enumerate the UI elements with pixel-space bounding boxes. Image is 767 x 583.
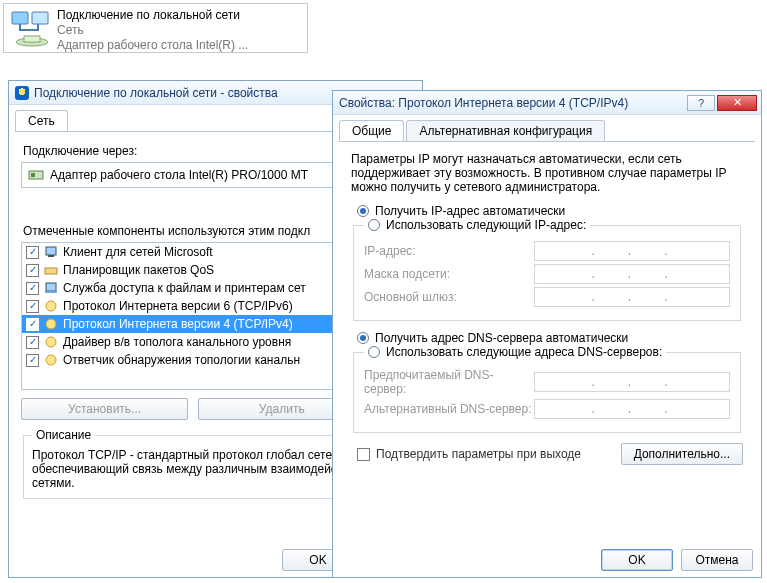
ok-button[interactable]: OK: [601, 549, 673, 571]
checkbox-icon[interactable]: [26, 336, 39, 349]
ip-address-label: IP-адрес:: [364, 244, 534, 258]
tooltip-line2: Сеть: [57, 23, 304, 38]
svg-rect-8: [45, 268, 57, 274]
tooltip-line1: Подключение по локальной сети: [57, 8, 304, 23]
client-icon: [43, 244, 59, 260]
radio-icon: [357, 205, 369, 217]
checkbox-icon[interactable]: [26, 264, 39, 277]
preferred-dns-input[interactable]: ...: [534, 372, 730, 392]
checkbox-icon[interactable]: [26, 300, 39, 313]
description-legend: Описание: [32, 428, 95, 442]
svg-rect-1: [32, 12, 48, 24]
install-button[interactable]: Установить...: [21, 398, 188, 420]
tab-network[interactable]: Сеть: [15, 110, 68, 131]
alternate-dns-input[interactable]: ...: [534, 399, 730, 419]
subnet-mask-label: Маска подсети:: [364, 267, 534, 281]
connection-tooltip: Подключение по локальной сети Сеть Адапт…: [3, 3, 308, 53]
svg-rect-9: [46, 283, 56, 291]
radio-icon: [368, 346, 380, 358]
svg-rect-3: [24, 36, 40, 42]
radio-obtain-dns-auto[interactable]: Получить адрес DNS-сервера автоматически: [357, 331, 743, 345]
adapter-card-icon: [28, 167, 44, 183]
window-title: Свойства: Протокол Интернета версии 4 (T…: [339, 96, 628, 110]
tab-alternative[interactable]: Альтернативная конфигурация: [406, 120, 605, 141]
tabstrip: Общие Альтернативная конфигурация: [339, 120, 761, 141]
responder-icon: [43, 352, 59, 368]
network-adapter-icon: [7, 7, 57, 49]
svg-point-12: [46, 319, 56, 329]
svg-point-11: [46, 301, 56, 311]
window-titlebar[interactable]: Свойства: Протокол Интернета версии 4 (T…: [333, 91, 761, 115]
radio-use-ip[interactable]: Использовать следующий IP-адрес:: [368, 218, 586, 232]
svg-rect-6: [46, 247, 56, 255]
preferred-dns-label: Предпочитаемый DNS-сервер:: [364, 368, 534, 396]
radio-use-dns[interactable]: Использовать следующие адреса DNS-сервер…: [368, 345, 662, 359]
adapter-name: Адаптер рабочего стола Intel(R) PRO/1000…: [50, 168, 308, 182]
svg-rect-0: [12, 12, 28, 24]
file-share-icon: [43, 280, 59, 296]
cancel-button[interactable]: Отмена: [681, 549, 753, 571]
ipv6-icon: [43, 298, 59, 314]
driver-icon: [43, 334, 59, 350]
svg-rect-10: [45, 291, 57, 293]
ip-address-input[interactable]: ...: [534, 241, 730, 261]
shield-icon: [15, 86, 29, 100]
ip-group: Использовать следующий IP-адрес: IP-адре…: [353, 218, 741, 321]
checkbox-icon[interactable]: [26, 318, 39, 331]
tooltip-line3: Адаптер рабочего стола Intel(R) ...: [57, 38, 304, 53]
ipv4-properties-window: Свойства: Протокол Интернета версии 4 (T…: [332, 90, 762, 578]
close-icon[interactable]: ✕: [717, 95, 757, 111]
tab-general[interactable]: Общие: [339, 120, 404, 141]
tooltip-text: Подключение по локальной сети Сеть Адапт…: [57, 7, 304, 49]
checkbox-icon[interactable]: [26, 354, 39, 367]
radio-obtain-ip-auto[interactable]: Получить IP-адрес автоматически: [357, 204, 743, 218]
svg-point-14: [46, 355, 56, 365]
advanced-button[interactable]: Дополнительно...: [621, 443, 743, 465]
checkbox-icon: [357, 448, 370, 461]
checkbox-icon[interactable]: [26, 246, 39, 259]
qos-icon: [43, 262, 59, 278]
info-text: Параметры IP могут назначаться автоматич…: [351, 152, 743, 194]
checkbox-icon[interactable]: [26, 282, 39, 295]
radio-icon: [357, 332, 369, 344]
window-controls: ? ✕: [687, 95, 757, 111]
gateway-input[interactable]: ...: [534, 287, 730, 307]
subnet-mask-input[interactable]: ...: [534, 264, 730, 284]
dns-group: Использовать следующие адреса DNS-сервер…: [353, 345, 741, 433]
gateway-label: Основной шлюз:: [364, 290, 534, 304]
ipv4-icon: [43, 316, 59, 332]
help-icon[interactable]: ?: [687, 95, 715, 111]
alternate-dns-label: Альтернативный DNS-сервер:: [364, 402, 534, 416]
radio-icon: [368, 219, 380, 231]
svg-rect-7: [48, 255, 54, 257]
validate-checkbox[interactable]: Подтвердить параметры при выходе: [357, 447, 581, 461]
window-title: Подключение по локальной сети - свойства: [34, 86, 278, 100]
svg-point-13: [46, 337, 56, 347]
svg-rect-5: [31, 173, 35, 177]
